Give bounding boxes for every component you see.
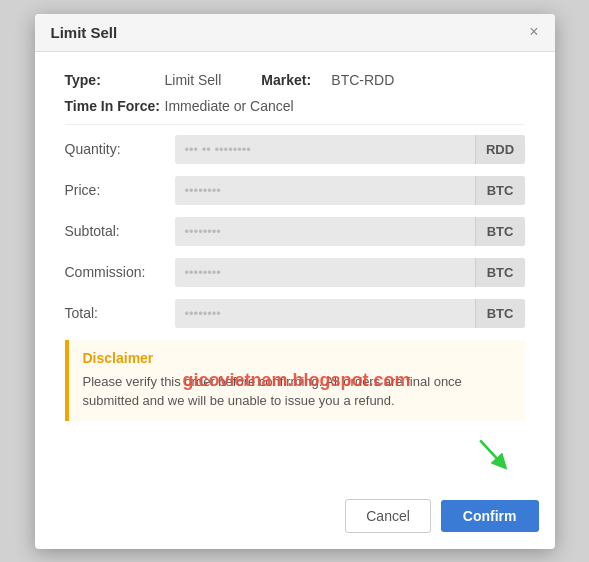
modal-header: Limit Sell × [35, 14, 555, 52]
field-input-wrap-0: RDD [175, 135, 525, 164]
field-row-4: Total:BTC [65, 299, 525, 328]
time-label: Time In Force: [65, 98, 165, 114]
field-unit-4: BTC [475, 299, 525, 328]
type-value: Limit Sell [165, 72, 222, 88]
limit-sell-modal: Limit Sell × Type: Limit Sell Market: BT… [35, 14, 555, 549]
field-input-3[interactable] [175, 258, 475, 287]
field-input-wrap-2: BTC [175, 217, 525, 246]
field-unit-3: BTC [475, 258, 525, 287]
field-unit-2: BTC [475, 217, 525, 246]
modal-body: Type: Limit Sell Market: BTC-RDD Time In… [35, 52, 555, 491]
modal-overlay: Limit Sell × Type: Limit Sell Market: BT… [0, 0, 589, 562]
field-input-4[interactable] [175, 299, 475, 328]
field-row-1: Price:BTC [65, 176, 525, 205]
disclaimer-title: Disclaimer [83, 350, 511, 366]
confirm-button[interactable]: Confirm [441, 500, 539, 532]
modal-footer: Cancel Confirm [35, 491, 555, 549]
field-label-4: Total: [65, 305, 175, 321]
close-button[interactable]: × [529, 24, 538, 40]
field-label-1: Price: [65, 182, 175, 198]
cancel-button[interactable]: Cancel [345, 499, 431, 533]
type-label: Type: [65, 72, 165, 88]
market-value: BTC-RDD [331, 72, 394, 88]
field-label-0: Quantity: [65, 141, 175, 157]
modal-title: Limit Sell [51, 24, 118, 41]
time-in-force-row: Time In Force: Immediate or Cancel [65, 98, 525, 114]
field-unit-1: BTC [475, 176, 525, 205]
field-row-2: Subtotal:BTC [65, 217, 525, 246]
field-input-2[interactable] [175, 217, 475, 246]
svg-line-1 [480, 440, 502, 463]
disclaimer-box: Disclaimer Please verify this order befo… [65, 340, 525, 421]
time-value: Immediate or Cancel [165, 98, 294, 114]
divider [65, 124, 525, 125]
field-input-0[interactable] [175, 135, 475, 164]
field-input-wrap-1: BTC [175, 176, 525, 205]
field-label-2: Subtotal: [65, 223, 175, 239]
field-input-wrap-4: BTC [175, 299, 525, 328]
field-row-3: Commission:BTC [65, 258, 525, 287]
disclaimer-text: Please verify this order before confirmi… [83, 372, 511, 411]
confirm-arrow-icon [473, 435, 509, 471]
field-row-0: Quantity:RDD [65, 135, 525, 164]
field-unit-0: RDD [475, 135, 525, 164]
arrow-wrapper [65, 435, 525, 471]
market-label: Market: [261, 72, 331, 88]
field-input-wrap-3: BTC [175, 258, 525, 287]
field-input-1[interactable] [175, 176, 475, 205]
field-label-3: Commission: [65, 264, 175, 280]
type-market-row: Type: Limit Sell Market: BTC-RDD [65, 72, 525, 88]
fields-container: Quantity:RDDPrice:BTCSubtotal:BTCCommiss… [65, 135, 525, 328]
